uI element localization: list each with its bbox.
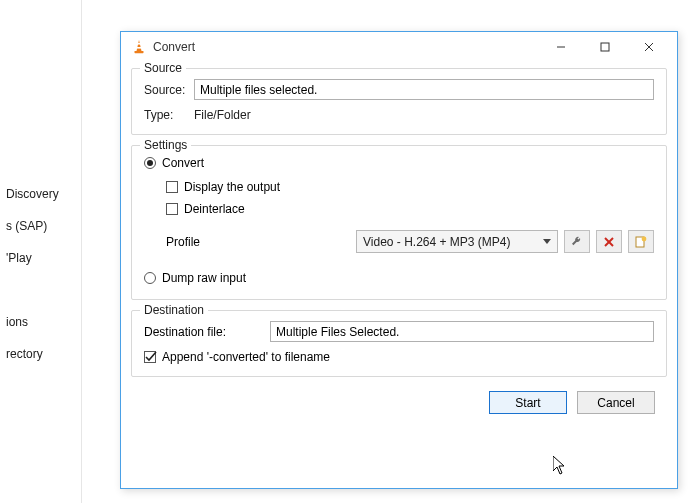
x-icon bbox=[603, 236, 615, 248]
type-value: File/Folder bbox=[194, 108, 251, 122]
profile-combobox[interactable]: Video - H.264 + MP3 (MP4) bbox=[356, 230, 558, 253]
source-group: Source Source: Type: File/Folder bbox=[131, 68, 667, 135]
convert-radio[interactable]: Convert bbox=[144, 156, 654, 170]
checkbox-unchecked-icon bbox=[166, 203, 178, 215]
sidebar-item[interactable]: s (SAP) bbox=[0, 210, 81, 242]
window-minimize-button[interactable] bbox=[539, 33, 583, 61]
sidebar-item[interactable]: 'Play bbox=[0, 242, 81, 274]
chevron-down-icon bbox=[541, 235, 553, 247]
destination-file-input[interactable] bbox=[270, 321, 654, 342]
display-output-checkbox[interactable]: Display the output bbox=[166, 180, 654, 194]
profile-value: Video - H.264 + MP3 (MP4) bbox=[363, 235, 511, 249]
profile-label: Profile bbox=[166, 235, 230, 249]
vlc-cone-icon bbox=[131, 39, 147, 55]
titlebar: Convert bbox=[121, 32, 677, 62]
display-output-label: Display the output bbox=[184, 180, 280, 194]
checkbox-checked-icon bbox=[144, 351, 156, 363]
convert-radio-label: Convert bbox=[162, 156, 204, 170]
svg-marker-12 bbox=[543, 239, 551, 244]
radio-selected-icon bbox=[144, 157, 156, 169]
window-maximize-button[interactable] bbox=[583, 33, 627, 61]
sidebar-item bbox=[0, 274, 81, 306]
source-input[interactable] bbox=[194, 79, 654, 100]
settings-group: Settings Convert Display the output Dein… bbox=[131, 145, 667, 300]
deinterlace-checkbox[interactable]: Deinterlace bbox=[166, 202, 654, 216]
source-label: Source: bbox=[144, 83, 194, 97]
delete-profile-button[interactable] bbox=[596, 230, 622, 253]
destination-legend: Destination bbox=[140, 303, 208, 317]
append-converted-label: Append '-converted' to filename bbox=[162, 350, 330, 364]
sidebar-item[interactable]: ions bbox=[0, 306, 81, 338]
svg-rect-5 bbox=[137, 43, 141, 45]
sidebar-item[interactable]: Discovery bbox=[0, 178, 81, 210]
dump-raw-radio[interactable]: Dump raw input bbox=[144, 271, 654, 285]
source-legend: Source bbox=[140, 61, 186, 75]
radio-unselected-icon bbox=[144, 272, 156, 284]
start-button[interactable]: Start bbox=[489, 391, 567, 414]
cancel-button[interactable]: Cancel bbox=[577, 391, 655, 414]
background-sidebar: Discovery s (SAP) 'Play ions rectory bbox=[0, 0, 82, 503]
window-close-button[interactable] bbox=[627, 33, 671, 61]
edit-profile-button[interactable] bbox=[564, 230, 590, 253]
dump-raw-label: Dump raw input bbox=[162, 271, 246, 285]
deinterlace-label: Deinterlace bbox=[184, 202, 245, 216]
new-profile-button[interactable] bbox=[628, 230, 654, 253]
type-label: Type: bbox=[144, 108, 194, 122]
append-converted-checkbox[interactable]: Append '-converted' to filename bbox=[144, 350, 654, 364]
destination-file-label: Destination file: bbox=[144, 325, 254, 339]
checkbox-unchecked-icon bbox=[166, 181, 178, 193]
new-file-icon bbox=[634, 235, 648, 249]
svg-rect-6 bbox=[137, 47, 142, 49]
svg-rect-7 bbox=[135, 51, 144, 53]
svg-rect-9 bbox=[601, 43, 609, 51]
svg-marker-4 bbox=[137, 40, 142, 51]
dialog-title: Convert bbox=[153, 40, 539, 54]
destination-group: Destination Destination file: Append '-c… bbox=[131, 310, 667, 377]
wrench-icon bbox=[570, 235, 584, 249]
svg-point-16 bbox=[642, 236, 647, 241]
convert-dialog: Convert Source Source: Type: File/Folder… bbox=[120, 31, 678, 489]
settings-legend: Settings bbox=[140, 138, 191, 152]
sidebar-item[interactable]: rectory bbox=[0, 338, 81, 370]
